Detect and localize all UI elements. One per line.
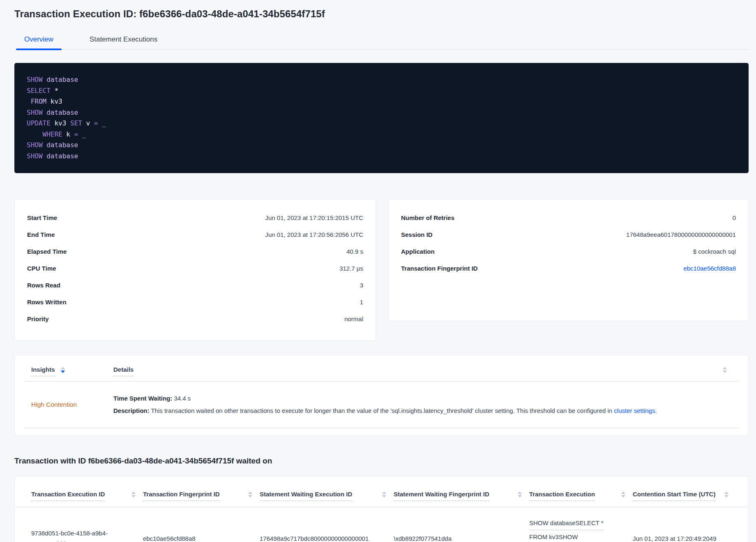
column-header[interactable]: Contention Start Time (UTC): [633, 491, 736, 501]
stat-row: End TimeJun 01, 2023 at 17:20:56:2056 UT…: [27, 231, 363, 238]
page-title: Transaction Execution ID: f6be6366-da03-…: [14, 8, 749, 20]
insights-column-label[interactable]: Insights: [31, 366, 55, 376]
stat-label: Transaction Fingerprint ID: [401, 265, 478, 272]
transaction-execution-id-cell: 9738d051-bc0e-4158-a9b4-1903586ddd42: [31, 528, 143, 542]
transaction-fingerprint-link[interactable]: ebc10ae56cfd88a8: [683, 265, 736, 272]
sql-token: kv3: [51, 97, 62, 105]
sql-token: SHOW: [27, 76, 46, 83]
tab-statement-executions[interactable]: Statement Executions: [81, 33, 166, 49]
sort-icon[interactable]: [518, 491, 522, 498]
column-header-label[interactable]: Transaction Fingerprint ID: [143, 491, 220, 501]
sql-code-line: SHOW database: [27, 107, 736, 118]
sql-token: database: [46, 76, 78, 83]
sql-token: SHOW: [27, 152, 46, 160]
sql-token: =: [74, 130, 82, 138]
statement-waiting-execution-id-cell: 176498a9c717bdc80000000000000001: [260, 533, 394, 542]
column-header[interactable]: Transaction Execution: [529, 491, 633, 501]
sql-statements-box: SHOW databaseSELECT * FROM kv3SHOW datab…: [14, 63, 749, 173]
contention-start-time-cell: Jun 01, 2023 at 17:20:49:2049: [633, 533, 736, 542]
stat-label: Rows Written: [27, 299, 67, 306]
stat-row: Start TimeJun 01, 2023 at 17:20:15:2015 …: [27, 214, 363, 221]
sort-down-arrow-icon: [61, 371, 65, 373]
stat-row: Elapsed Time40.9 s: [27, 248, 363, 255]
stat-value: 312.7 µs: [339, 265, 363, 272]
transaction-execution-link-line[interactable]: SHOW databaseSELECT *: [529, 518, 604, 530]
waited-on-table-header: Transaction Execution IDTransaction Fing…: [15, 491, 748, 507]
sort-icon[interactable]: [61, 367, 65, 373]
column-header[interactable]: Statement Waiting Fingerprint ID: [394, 491, 529, 501]
column-header[interactable]: Statement Waiting Execution ID: [260, 491, 394, 501]
column-header[interactable]: Transaction Fingerprint ID: [143, 491, 260, 501]
sql-token: _: [82, 130, 86, 138]
sql-token: kv3: [54, 119, 70, 127]
transaction-details-page: Transaction Execution ID: f6be6366-da03-…: [0, 0, 756, 542]
stat-value: 3: [360, 282, 363, 289]
sort-icon[interactable]: [724, 491, 728, 498]
sort-icon[interactable]: [723, 367, 727, 373]
sort-down-arrow-icon: [131, 495, 136, 498]
transaction-execution-cell: SHOW databaseSELECT *FROM kv3SHOWdatabas…: [529, 518, 633, 542]
stat-row: Transaction Fingerprint IDebc10ae56cfd88…: [401, 265, 736, 272]
details-column-label[interactable]: Details: [113, 366, 134, 376]
sql-code-line: SHOW database: [27, 151, 736, 162]
sort-down-arrow-icon: [724, 495, 728, 498]
waited-on-table-row: 9738d051-bc0e-4158-a9b4-1903586ddd42ebc1…: [15, 507, 748, 542]
stat-row: Rows Read3: [27, 282, 363, 289]
transaction-fingerprint-id-cell: ebc10ae56cfd88a8: [143, 533, 260, 542]
insight-details: Time Spent Waiting: 34.4 s Description: …: [113, 392, 739, 417]
insight-description: Description: This transaction waited on …: [113, 405, 739, 417]
sql-code-line: SHOW database: [27, 140, 736, 151]
stat-label: Priority: [27, 315, 49, 322]
waited-on-heading: Transaction with ID f6be6366-da03-48de-a…: [14, 456, 749, 466]
sort-icon[interactable]: [382, 491, 386, 498]
column-header-label[interactable]: Statement Waiting Execution ID: [260, 491, 352, 501]
tab-bar: Overview Statement Executions: [16, 33, 750, 50]
stat-row: CPU Time312.7 µs: [27, 265, 363, 272]
stat-value: 1: [360, 299, 363, 306]
statement-waiting-fingerprint-id-cell: \xdb8922f077541dda: [394, 533, 529, 542]
sql-token: =: [94, 119, 102, 127]
insights-column-header[interactable]: Insights: [31, 366, 113, 376]
stat-value: 40.9 s: [346, 248, 363, 255]
insights-table: Insights Details High Contention Time Sp…: [14, 355, 749, 436]
stat-label: Session ID: [401, 231, 433, 238]
tab-overview[interactable]: Overview: [16, 33, 62, 49]
sort-icon[interactable]: [131, 491, 136, 498]
session-card: Number of Retries0Session ID17648a9eea60…: [388, 199, 749, 321]
stat-label: Start Time: [27, 214, 57, 221]
sql-code-line: UPDATE kv3 SET v = _: [27, 118, 736, 129]
sql-token: SELECT: [27, 87, 54, 95]
sort-up-arrow-icon: [621, 491, 625, 494]
insight-type-badge: High Contention: [31, 401, 113, 408]
sort-up-arrow-icon: [723, 367, 727, 369]
sort-down-arrow-icon: [723, 371, 727, 373]
insights-table-header: Insights Details: [24, 366, 739, 382]
sql-token: v: [86, 119, 94, 127]
table-sort-control[interactable]: [723, 366, 739, 373]
sql-code-line: SELECT *: [27, 86, 736, 97]
time-spent-waiting: Time Spent Waiting: 34.4 s: [113, 392, 739, 405]
stat-value: Jun 01, 2023 at 17:20:15:2015 UTC: [265, 214, 363, 221]
column-header-label[interactable]: Transaction Execution ID: [31, 491, 105, 501]
stat-row: Number of Retries0: [401, 214, 736, 221]
transaction-execution-link-line[interactable]: FROM kv3SHOW: [529, 532, 578, 542]
sql-token: FROM: [31, 97, 51, 105]
sort-up-arrow-icon: [61, 367, 65, 369]
sql-code-line: WHERE k = _: [27, 129, 736, 140]
sort-icon[interactable]: [248, 491, 252, 498]
stat-label: Number of Retries: [401, 214, 454, 221]
sort-down-arrow-icon: [621, 495, 625, 498]
sql-code-line: FROM kv3: [27, 96, 736, 107]
column-header-label[interactable]: Statement Waiting Fingerprint ID: [394, 491, 489, 501]
cluster-settings-link[interactable]: cluster settings: [614, 407, 655, 414]
stat-label: End Time: [27, 231, 55, 238]
sql-token: k: [66, 130, 74, 138]
stat-row: Application$ cockroach sql: [401, 248, 736, 255]
column-header-label[interactable]: Contention Start Time (UTC): [633, 491, 715, 501]
stat-row: Rows Written1: [27, 299, 363, 306]
sort-icon[interactable]: [621, 491, 625, 498]
column-header[interactable]: Transaction Execution ID: [31, 491, 143, 501]
sort-down-arrow-icon: [518, 495, 522, 498]
column-header-label[interactable]: Transaction Execution: [529, 491, 595, 501]
details-column-header[interactable]: Details: [113, 366, 723, 376]
